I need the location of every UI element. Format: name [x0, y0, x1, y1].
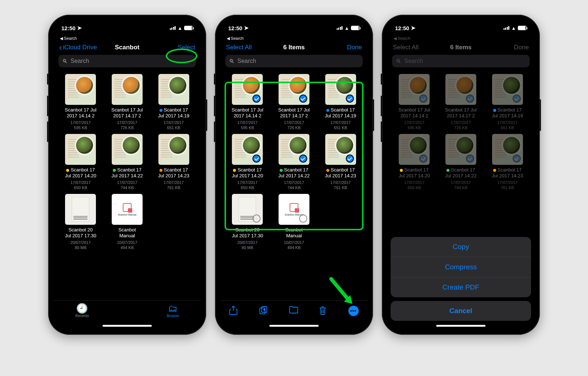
- file-item[interactable]: Scanbot Manual ScanbotManual 10/07/20174…: [272, 194, 316, 250]
- sheet-compress[interactable]: Compress: [391, 257, 531, 277]
- file-name: Scanbot 17Jul 2017 14.20: [392, 167, 437, 179]
- file-item[interactable]: Scanbot 17Jul 2017 14.19 17/07/2017651 K…: [485, 74, 530, 130]
- back-to-app: ◀ Search: [387, 36, 535, 42]
- file-thumbnail[interactable]: [232, 134, 263, 165]
- phone-2: 12:50➤ ▲ ◀ Search Select All 6 Items Don…: [215, 15, 373, 335]
- file-thumbnail[interactable]: [325, 74, 356, 105]
- sheet-cancel[interactable]: Cancel: [391, 301, 531, 321]
- delete-button[interactable]: [319, 306, 330, 315]
- duplicate-button[interactable]: [259, 306, 270, 315]
- move-button[interactable]: [289, 306, 300, 314]
- selected-check-icon: [513, 95, 521, 103]
- tag-dot-orange: [326, 169, 329, 172]
- file-name: Scanbot 20Jul 2017 17.30: [58, 227, 103, 239]
- selected-check-icon: [299, 155, 307, 163]
- tab-recents[interactable]: 🕘Recents: [75, 304, 89, 330]
- file-thumbnail[interactable]: [65, 74, 96, 105]
- file-thumbnail[interactable]: [399, 74, 430, 105]
- file-item[interactable]: Scanbot 17Jul 2017 14.20 17/07/2017650 K…: [58, 134, 103, 190]
- tab-browse[interactable]: 🗂Browse: [167, 304, 179, 330]
- file-item[interactable]: Scanbot 17Jul 2017 14.20 17/07/2017650 K…: [225, 134, 270, 190]
- file-thumbnail[interactable]: Scanbot Manual: [112, 194, 143, 225]
- file-thumbnail[interactable]: [112, 134, 143, 165]
- file-thumbnail[interactable]: [158, 134, 189, 165]
- select-button[interactable]: Select: [155, 44, 195, 51]
- search-input[interactable]: 🔍︎ Search: [225, 55, 363, 67]
- file-thumbnail[interactable]: [445, 134, 476, 165]
- file-thumbnail[interactable]: [65, 134, 96, 165]
- file-thumbnail[interactable]: [325, 134, 356, 165]
- file-item[interactable]: Scanbot 17 Jul2017 14.14 2 17/07/2017595…: [58, 74, 103, 130]
- share-button[interactable]: [229, 306, 240, 315]
- back-to-app[interactable]: ◀ Search: [53, 36, 201, 42]
- file-item[interactable]: Scanbot 17Jul 2017 14.22 17/07/2017744 K…: [105, 134, 150, 190]
- file-item[interactable]: Scanbot 17Jul 2017 14.19 17/07/2017651 K…: [318, 74, 363, 130]
- file-item[interactable]: Scanbot 17Jul 2017 14.22 17/07/2017744 K…: [272, 134, 316, 190]
- file-name: Scanbot 17Jul 2017 14.23: [485, 167, 530, 179]
- file-thumbnail[interactable]: [65, 194, 96, 225]
- file-thumbnail[interactable]: [279, 74, 309, 105]
- file-thumbnail[interactable]: [492, 134, 523, 165]
- tag-dot-orange: [493, 169, 496, 172]
- file-thumbnail[interactable]: [492, 74, 523, 105]
- file-thumbnail[interactable]: [445, 74, 476, 105]
- file-meta: 17/07/2017744 KB: [272, 180, 316, 191]
- file-item[interactable]: Scanbot 17Jul 2017 14.23 17/07/2017761 K…: [318, 134, 363, 190]
- file-meta: 17/07/2017650 KB: [392, 180, 437, 191]
- tag-dot-blue: [493, 109, 496, 112]
- search-icon: 🔍︎: [229, 58, 234, 64]
- status-time: 12:50: [61, 25, 75, 31]
- file-name: Scanbot 17Jul 2017 14.22: [439, 167, 483, 179]
- back-to-app[interactable]: ◀ Search: [220, 36, 368, 42]
- file-item[interactable]: Scanbot 20Jul 2017 17.30 20/07/201780 MB: [58, 194, 103, 250]
- file-item[interactable]: Scanbot 20Jul 2017 17.30 20/07/201780 MB: [225, 194, 270, 250]
- file-meta: 17/07/2017650 KB: [225, 180, 270, 191]
- search-input[interactable]: 🔍︎ Search: [58, 55, 196, 67]
- file-name: Scanbot 17 Jul2017 14.17 2: [272, 107, 316, 119]
- file-item[interactable]: Scanbot 17 Jul2017 14.17 2 17/07/2017726…: [105, 74, 150, 130]
- wifi-icon: ▲: [344, 25, 349, 31]
- file-item[interactable]: Scanbot 17Jul 2017 14.23 17/07/2017761 K…: [485, 134, 530, 190]
- home-indicator[interactable]: [436, 325, 485, 327]
- file-name: Scanbot 17 Jul2017 14.14 2: [225, 107, 270, 119]
- file-thumbnail[interactable]: [112, 74, 143, 105]
- file-item[interactable]: Scanbot 17Jul 2017 14.23 17/07/2017761 K…: [151, 134, 196, 190]
- unselected-ring-icon: [252, 214, 261, 223]
- file-item[interactable]: Scanbot 17Jul 2017 14.20 17/07/2017650 K…: [392, 134, 437, 190]
- home-indicator[interactable]: [269, 325, 319, 327]
- file-thumbnail[interactable]: Scanbot Manual: [279, 194, 309, 225]
- tag-dot-blue: [326, 109, 329, 112]
- file-item[interactable]: Scanbot 17 Jul2017 14.14 2 17/07/2017595…: [225, 74, 270, 130]
- file-thumbnail[interactable]: [232, 194, 263, 225]
- file-item[interactable]: Scanbot 17 Jul2017 14.14 2 17/07/2017595…: [392, 74, 437, 130]
- sheet-create-pdf[interactable]: Create PDF: [391, 277, 531, 297]
- signal-icon: [170, 26, 176, 30]
- selected-check-icon: [466, 155, 474, 163]
- more-button[interactable]: •••: [348, 306, 359, 316]
- done-button[interactable]: Done: [322, 44, 362, 51]
- file-name: Scanbot 17Jul 2017 14.20: [225, 167, 270, 179]
- selected-check-icon: [513, 155, 521, 163]
- file-meta: 17/07/2017726 KB: [105, 120, 150, 131]
- sheet-copy[interactable]: Copy: [391, 237, 531, 257]
- select-all-button[interactable]: Select All: [226, 44, 266, 51]
- file-thumbnail[interactable]: [279, 134, 309, 165]
- file-thumbnail[interactable]: [158, 74, 189, 105]
- file-item[interactable]: Scanbot Manual ScanbotManual 10/07/20174…: [105, 194, 150, 250]
- file-item[interactable]: Scanbot 17 Jul2017 14.17 2 17/07/2017726…: [272, 74, 316, 130]
- file-meta: 17/07/2017651 KB: [151, 120, 196, 131]
- tag-dot-green: [447, 169, 449, 172]
- file-item[interactable]: Scanbot 17 Jul2017 14.17 2 17/07/2017726…: [439, 74, 483, 130]
- file-thumbnail[interactable]: [232, 74, 263, 105]
- back-button[interactable]: ‹iCloud Drive: [59, 44, 100, 51]
- home-indicator[interactable]: [103, 325, 152, 327]
- battery-icon: [518, 26, 527, 30]
- selected-check-icon: [346, 155, 354, 163]
- file-thumbnail[interactable]: [399, 134, 430, 165]
- file-item[interactable]: Scanbot 17Jul 2017 14.19 17/07/2017651 K…: [151, 74, 196, 130]
- file-meta: 10/07/2017494 KB: [105, 240, 150, 251]
- tag-dot-yellow: [400, 169, 403, 172]
- file-item[interactable]: Scanbot 17Jul 2017 14.22 17/07/2017744 K…: [439, 134, 483, 190]
- file-name: Scanbot 20Jul 2017 17.30: [225, 227, 270, 239]
- file-name: Scanbot 17Jul 2017 14.19: [151, 107, 196, 119]
